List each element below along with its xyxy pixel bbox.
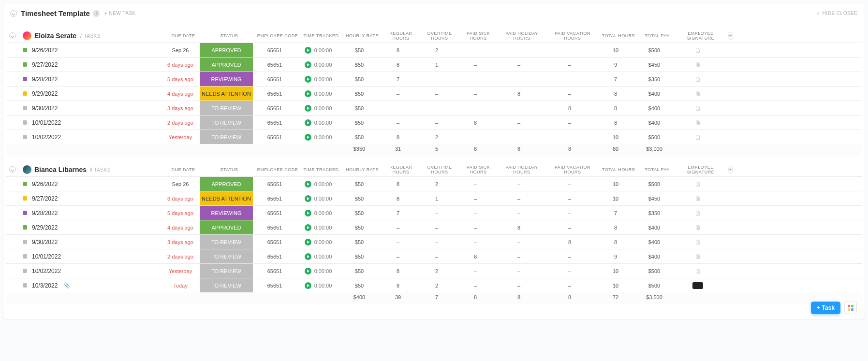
total-pay[interactable]: $400 xyxy=(635,116,674,130)
overtime-hours[interactable]: 1 xyxy=(417,191,456,205)
time-tracked[interactable]: 0:00:00 xyxy=(305,282,332,289)
total-hours[interactable]: 10 xyxy=(596,177,635,191)
employee-code[interactable]: 65651 xyxy=(253,43,296,57)
overtime-hours[interactable]: – xyxy=(417,249,456,263)
total-hours[interactable]: 8 xyxy=(596,101,635,115)
time-tracked[interactable]: 0:00:00 xyxy=(305,76,332,83)
total-pay[interactable]: $400 xyxy=(635,235,674,249)
paid-holiday-hours[interactable]: – xyxy=(495,278,543,292)
col-employee-code[interactable]: EMPLOYEE CODE xyxy=(256,167,299,172)
paid-holiday-hours[interactable]: – xyxy=(495,101,543,115)
paid-sick-hours[interactable]: – xyxy=(456,191,495,205)
time-tracked[interactable]: 0:00:00 xyxy=(305,210,332,217)
hourly-rate[interactable]: $50 xyxy=(340,116,379,130)
employee-code[interactable]: 65651 xyxy=(253,264,296,278)
time-tracked[interactable]: 0:00:00 xyxy=(305,224,332,231)
status-cell[interactable]: TO REVIEW xyxy=(200,130,253,144)
table-row[interactable]: 10/02/2022 Yesterday TO REVIEW 65651 0:0… xyxy=(6,263,862,278)
task-title[interactable]: 9/30/2022 xyxy=(32,239,58,245)
regular-hours[interactable]: – xyxy=(379,101,417,115)
paid-holiday-hours[interactable]: – xyxy=(495,206,543,220)
task-title[interactable]: 10/02/2022 xyxy=(32,134,61,141)
regular-hours[interactable]: 8 xyxy=(379,177,417,191)
total-pay[interactable]: $350 xyxy=(635,72,674,86)
total-hours[interactable]: 8 xyxy=(596,235,635,249)
signature-icon[interactable]: 🗎 xyxy=(694,133,701,141)
play-icon[interactable] xyxy=(305,253,311,260)
status-cell[interactable]: TO REVIEW xyxy=(200,116,253,130)
hourly-rate[interactable]: $50 xyxy=(340,235,379,249)
total-hours[interactable]: 10 xyxy=(596,191,635,205)
due-date[interactable]: 6 days ago xyxy=(167,62,193,68)
paid-sick-hours[interactable]: 8 xyxy=(456,249,495,263)
hourly-rate[interactable]: $50 xyxy=(340,177,379,191)
status-cell[interactable]: APPROVED xyxy=(200,58,253,72)
regular-hours[interactable]: 7 xyxy=(379,72,417,86)
total-pay[interactable]: $400 xyxy=(635,101,674,115)
col-overtime-hours[interactable]: OVERTIME HOURS xyxy=(420,165,459,174)
overtime-hours[interactable]: – xyxy=(417,235,456,249)
paid-sick-hours[interactable]: – xyxy=(456,235,495,249)
task-title[interactable]: 9/29/2022 xyxy=(32,90,58,97)
paid-vacation-hours[interactable]: – xyxy=(543,72,596,86)
signature-icon[interactable]: 🗎 xyxy=(694,209,701,217)
paid-holiday-hours[interactable]: – xyxy=(495,249,543,263)
paid-sick-hours[interactable]: – xyxy=(456,130,495,144)
paid-vacation-hours[interactable]: – xyxy=(543,130,596,144)
total-pay[interactable]: $500 xyxy=(635,130,674,144)
task-title[interactable]: 9/26/2022 xyxy=(32,181,58,188)
col-employee-code[interactable]: EMPLOYEE CODE xyxy=(256,33,299,38)
task-title[interactable]: 9/27/2022 xyxy=(32,195,58,202)
paid-sick-hours[interactable]: – xyxy=(456,220,495,234)
col-paid-sick-hours[interactable]: PAID SICK HOURS xyxy=(459,31,498,41)
regular-hours[interactable]: – xyxy=(379,220,417,234)
col-time-tracked[interactable]: TIME TRACKED xyxy=(299,167,343,172)
table-row[interactable]: 9/27/2022 6 days ago APPROVED 65651 0:00… xyxy=(6,57,862,72)
total-pay[interactable]: $450 xyxy=(635,191,674,205)
due-date[interactable]: Sep 26 xyxy=(172,47,189,53)
col-paid-vacation-hours[interactable]: PAID VACATION HOURS xyxy=(546,31,599,41)
attachment-icon[interactable]: 📎 xyxy=(63,282,70,289)
task-title[interactable]: 10/01/2022 xyxy=(32,119,61,126)
col-status[interactable]: STATUS xyxy=(203,167,256,172)
total-pay[interactable]: $500 xyxy=(635,177,674,191)
status-cell[interactable]: TO REVIEW xyxy=(200,264,253,278)
col-total-pay[interactable]: TOTAL PAY xyxy=(638,33,677,38)
hourly-rate[interactable]: $50 xyxy=(340,249,379,263)
col-overtime-hours[interactable]: OVERTIME HOURS xyxy=(420,31,459,41)
paid-vacation-hours[interactable]: – xyxy=(543,206,596,220)
paid-vacation-hours[interactable]: – xyxy=(543,278,596,292)
col-paid-vacation-hours[interactable]: PAID VACATION HOURS xyxy=(546,165,599,174)
employee-code[interactable]: 65651 xyxy=(253,177,296,191)
task-title[interactable]: 9/26/2022 xyxy=(32,47,58,54)
play-icon[interactable] xyxy=(305,181,311,188)
table-row[interactable]: 9/26/2022 Sep 26 APPROVED 65651 0:00:00 … xyxy=(6,43,862,57)
signature-icon[interactable]: 🗎 xyxy=(694,119,701,127)
play-icon[interactable] xyxy=(305,119,311,126)
overtime-hours[interactable]: 2 xyxy=(417,177,456,191)
status-cell[interactable]: REVIEWING xyxy=(200,206,253,220)
employee-code[interactable]: 65651 xyxy=(253,101,296,115)
status-cell[interactable]: APPROVED xyxy=(200,177,253,191)
total-pay[interactable]: $450 xyxy=(635,58,674,72)
paid-holiday-hours[interactable]: 8 xyxy=(495,220,543,234)
play-icon[interactable] xyxy=(305,47,311,54)
task-title[interactable]: 9/28/2022 xyxy=(32,210,58,217)
regular-hours[interactable]: 8 xyxy=(379,58,417,72)
info-icon[interactable]: i xyxy=(93,10,100,17)
table-row[interactable]: 9/26/2022 Sep 26 APPROVED 65651 0:00:00 … xyxy=(6,176,862,191)
paid-sick-hours[interactable]: – xyxy=(456,43,495,57)
status-cell[interactable]: TO REVIEW xyxy=(200,235,253,249)
signature-icon[interactable]: 🗎 xyxy=(694,267,701,275)
time-tracked[interactable]: 0:00:00 xyxy=(305,134,332,141)
time-tracked[interactable]: 0:00:00 xyxy=(305,61,332,68)
overtime-hours[interactable]: 2 xyxy=(417,278,456,292)
task-title[interactable]: 10/01/2022 xyxy=(32,253,61,260)
total-hours[interactable]: 7 xyxy=(596,206,635,220)
task-title[interactable]: 10/3/2022 xyxy=(32,282,58,289)
hourly-rate[interactable]: $50 xyxy=(340,72,379,86)
signature-icon[interactable]: 🗎 xyxy=(694,75,701,83)
add-column-icon[interactable]: + xyxy=(728,166,733,173)
regular-hours[interactable]: – xyxy=(379,249,417,263)
time-tracked[interactable]: 0:00:00 xyxy=(305,181,332,188)
